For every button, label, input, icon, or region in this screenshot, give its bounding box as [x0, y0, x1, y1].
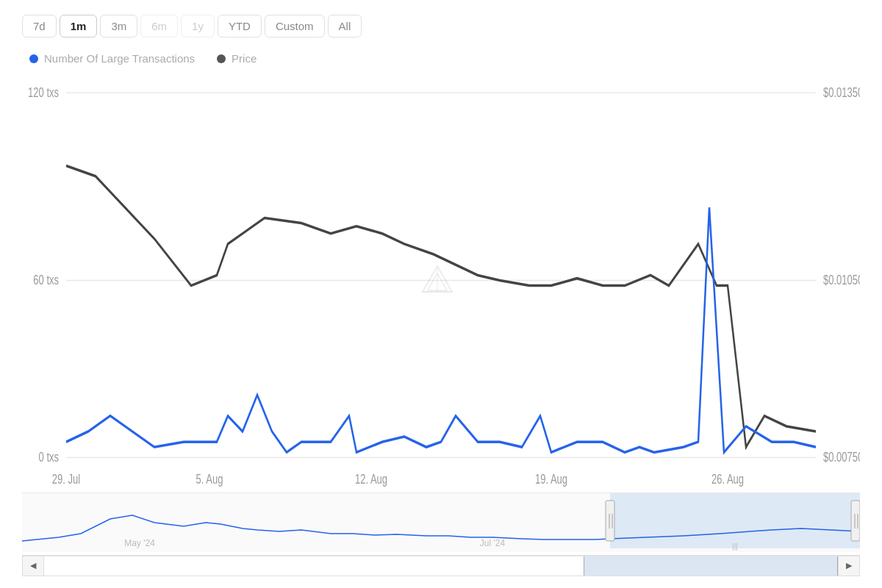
- nav-right-arrow[interactable]: ▶: [838, 556, 860, 576]
- svg-text:Jul '24: Jul '24: [480, 538, 506, 548]
- svg-text:26. Aug: 26. Aug: [711, 472, 744, 487]
- navigator-controls: ◀ ▶: [22, 555, 860, 576]
- svg-text:0 txs: 0 txs: [39, 450, 59, 465]
- navigator-svg: May '24 Jul '24 |||: [22, 493, 860, 552]
- time-range-bar: 7d1m3m6m1yYTDCustomAll: [22, 15, 860, 37]
- time-btn-custom[interactable]: Custom: [265, 15, 325, 37]
- nav-selected-range[interactable]: [584, 556, 838, 576]
- legend-dot-price: [217, 54, 226, 63]
- svg-text:12. Aug: 12. Aug: [355, 472, 387, 487]
- legend-item-transactions: Number Of Large Transactions: [29, 52, 195, 65]
- legend-dot-transactions: [29, 54, 38, 63]
- svg-text:$0.007500: $0.007500: [823, 450, 860, 465]
- time-btn-1m[interactable]: 1m: [60, 15, 98, 37]
- svg-text:120 txs: 120 txs: [28, 85, 59, 100]
- legend-item-price: Price: [217, 52, 257, 65]
- time-btn-1y: 1y: [181, 15, 215, 37]
- svg-text:$0.010500: $0.010500: [823, 273, 860, 287]
- svg-text:19. Aug: 19. Aug: [535, 472, 567, 487]
- svg-text:29. Jul: 29. Jul: [52, 472, 80, 487]
- svg-text:May '24: May '24: [124, 538, 155, 548]
- legend-label-transactions: Number Of Large Transactions: [44, 52, 195, 65]
- time-btn-3m[interactable]: 3m: [100, 15, 137, 37]
- svg-rect-19: [610, 493, 860, 548]
- main-container: 7d1m3m6m1yYTDCustomAll Number Of Large T…: [0, 0, 882, 588]
- svg-rect-25: [851, 501, 860, 541]
- chart-legend: Number Of Large TransactionsPrice: [22, 52, 860, 65]
- svg-text:$0.013500: $0.013500: [823, 85, 860, 100]
- legend-label-price: Price: [232, 52, 257, 65]
- nav-track: [44, 556, 838, 576]
- time-btn-ytd[interactable]: YTD: [218, 15, 262, 37]
- svg-text:60 txs: 60 txs: [33, 273, 59, 287]
- navigator: May '24 Jul '24 ||| ◀ ▶: [22, 492, 860, 573]
- nav-left-arrow[interactable]: ◀: [22, 556, 44, 576]
- svg-text:5. Aug: 5. Aug: [196, 472, 223, 487]
- main-chart-svg: 120 txs 60 txs 0 txs $0.013500 $0.010500…: [22, 72, 860, 489]
- svg-rect-22: [606, 501, 614, 541]
- time-btn-7d[interactable]: 7d: [22, 15, 57, 37]
- main-chart: 120 txs 60 txs 0 txs $0.013500 $0.010500…: [22, 72, 860, 489]
- time-btn-6m: 6m: [140, 15, 178, 37]
- svg-text:|||: |||: [732, 542, 738, 551]
- chart-wrapper: 120 txs 60 txs 0 txs $0.013500 $0.010500…: [22, 72, 860, 573]
- time-btn-all[interactable]: All: [328, 15, 362, 37]
